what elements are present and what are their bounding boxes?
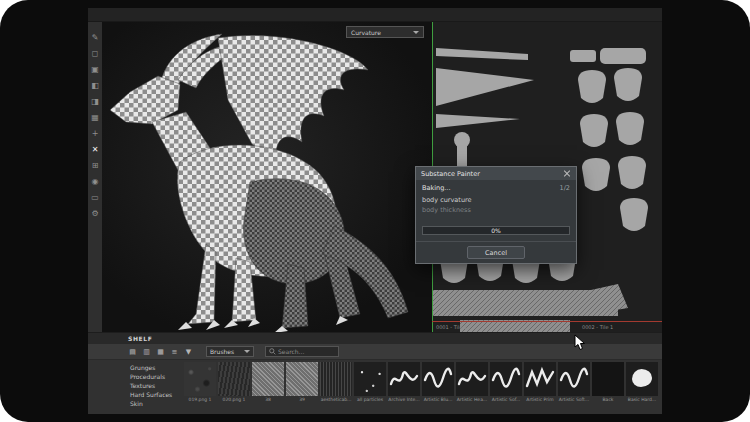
- eraser-tool-icon[interactable]: ◻: [89, 48, 102, 59]
- shelf-item[interactable]: 38: [252, 362, 284, 414]
- shelf-content: GrungesProceduralsTexturesHard SurfacesS…: [88, 360, 662, 414]
- left-toolbar: ✎◻▣◧◨▦+✕⊞◉▭⚙: [88, 22, 102, 332]
- shelf-type-dropdown[interactable]: Brushes: [206, 346, 254, 357]
- baking-dialog: Substance Painter Baking... 1/2 body cur…: [415, 166, 577, 264]
- shelf-item-label: 38: [252, 397, 284, 402]
- shelf-item[interactable]: Artistic Hea...: [456, 362, 488, 414]
- baking-counter: 1/2: [560, 184, 570, 192]
- shelf-item-preview: [388, 362, 420, 396]
- shelf-item[interactable]: 019.png 1: [184, 362, 216, 414]
- shelf-item-label: Artistic Blu...: [422, 397, 454, 402]
- shelf-item[interactable]: Back: [592, 362, 624, 414]
- shelf-category-hard-surfaces[interactable]: Hard Surfaces: [128, 390, 184, 399]
- shelf-item[interactable]: 020.png 1: [218, 362, 250, 414]
- shelf-item-preview: [422, 362, 454, 396]
- grid-view-icon[interactable]: ▦: [156, 348, 165, 356]
- shelf-toolbar-icons: ▤▥▦≡▼: [128, 348, 193, 356]
- mouse-cursor: [574, 334, 586, 351]
- material-picker-tool-icon[interactable]: +: [89, 128, 102, 139]
- shelf-item-preview: [626, 362, 658, 396]
- shelf-item-preview: [592, 362, 624, 396]
- search-input[interactable]: [278, 348, 335, 355]
- channel-selector-value: Curvature: [351, 29, 381, 36]
- shelf-category-skin[interactable]: Skin: [128, 399, 184, 408]
- shelf-item-label: Artistic Soft...: [558, 397, 590, 402]
- symmetry-tool-icon[interactable]: ⊞: [89, 160, 102, 171]
- shelf-item-label: Basic Hard...: [626, 397, 658, 402]
- device-frame: ✎◻▣◧◨▦+✕⊞◉▭⚙: [0, 0, 750, 422]
- shelf-item-label: Back: [592, 397, 624, 402]
- shelf-item[interactable]: Artistic Blu...: [422, 362, 454, 414]
- window-topbar: [88, 8, 662, 22]
- shelf-thumbnails: 019.png 1020.png 13839aestheticab...all …: [184, 360, 662, 414]
- baking-progress-label: 0%: [491, 227, 501, 234]
- baking-current-item: body curvature: [422, 196, 570, 204]
- shelf-item-preview: [354, 362, 386, 396]
- clone-tool-icon[interactable]: ▦: [89, 112, 102, 123]
- display-tool-icon[interactable]: ▭: [89, 192, 102, 203]
- viewport-3d[interactable]: Curvature: [102, 22, 432, 332]
- cancel-button[interactable]: Cancel: [467, 246, 525, 259]
- list-view-icon[interactable]: ≡: [170, 348, 179, 356]
- shelf-tab-label: SHELF: [128, 335, 152, 342]
- quick-mask-tool-icon[interactable]: ✕: [89, 144, 102, 155]
- smudge-tool-icon[interactable]: ◨: [89, 96, 102, 107]
- shelf-category-procedurals[interactable]: Procedurals: [128, 372, 184, 381]
- substance-painter-window: ✎◻▣◧◨▦+✕⊞◉▭⚙: [88, 8, 662, 414]
- folder-icon[interactable]: ▤: [128, 348, 137, 356]
- add-folder-icon[interactable]: ▥: [142, 348, 151, 356]
- focus-tool-icon[interactable]: ◉: [89, 176, 102, 187]
- shelf-item-label: Archive Inte...: [388, 397, 420, 402]
- shelf-type-value: Brushes: [210, 348, 234, 355]
- shelf-item[interactable]: all particles: [354, 362, 386, 414]
- settings-tool-icon[interactable]: ⚙: [89, 208, 102, 219]
- shelf-item[interactable]: Basic Hard...: [626, 362, 658, 414]
- shelf-item-label: Artistic Sof...: [490, 397, 522, 402]
- page: ✎◻▣◧◨▦+✕⊞◉▭⚙: [0, 0, 750, 422]
- chevron-down-icon: [413, 31, 419, 34]
- chevron-down-icon: [244, 350, 250, 353]
- close-icon[interactable]: [563, 170, 571, 178]
- projection-tool-icon[interactable]: ▣: [89, 64, 102, 75]
- baking-dialog-body: Baking... 1/2 body curvature body thickn…: [416, 180, 576, 265]
- shelf-item[interactable]: Artistic Sof...: [490, 362, 522, 414]
- search-icon: [269, 348, 276, 355]
- search-box[interactable]: [265, 346, 339, 357]
- shelf-item-label: all particles: [354, 397, 386, 402]
- shelf-item-label: aestheticab...: [320, 397, 352, 402]
- shelf-item-preview: [524, 362, 556, 396]
- shelf-item[interactable]: Archive Inte...: [388, 362, 420, 414]
- shelf-item-label: 020.png 1: [218, 397, 250, 402]
- shelf-categories: GrungesProceduralsTexturesHard SurfacesS…: [128, 360, 184, 414]
- shelf-item-preview: [456, 362, 488, 396]
- paint-tool-icon[interactable]: ✎: [89, 32, 102, 43]
- shelf-item-preview: [490, 362, 522, 396]
- shelf-item-label: 39: [286, 397, 318, 402]
- shelf-item[interactable]: aestheticab...: [320, 362, 352, 414]
- baking-dialog-titlebar: Substance Painter: [416, 167, 576, 180]
- baking-status-text: Baking...: [422, 184, 450, 192]
- shelf-item-preview: [558, 362, 590, 396]
- uv-tile-label-left: 0001 - Tile 1: [436, 324, 467, 330]
- uv-axis-red: [432, 321, 662, 322]
- shelf-item-label: Artistic Hea...: [456, 397, 488, 402]
- uv-tile-label-right: 0002 - Tile 1: [582, 324, 613, 330]
- dialog-divider: [416, 241, 576, 242]
- shelf-item[interactable]: Artistic Soft...: [558, 362, 590, 414]
- shelf-category-textures[interactable]: Textures: [128, 381, 184, 390]
- shelf-item-label: 019.png 1: [184, 397, 216, 402]
- shelf-item[interactable]: Artistic Prim: [524, 362, 556, 414]
- dragon-model: [102, 22, 432, 332]
- polygon-fill-tool-icon[interactable]: ◧: [89, 80, 102, 91]
- shelf-item-label: Artistic Prim: [524, 397, 556, 402]
- filter-icon[interactable]: ▼: [184, 348, 193, 356]
- baking-dialog-title: Substance Painter: [421, 170, 480, 178]
- baking-progress-bar: 0%: [422, 226, 570, 235]
- shelf-category-grunges[interactable]: Grunges: [128, 363, 184, 372]
- shelf-item-preview: [184, 362, 216, 396]
- shelf-item-preview: [218, 362, 250, 396]
- channel-selector-dropdown[interactable]: Curvature: [346, 26, 424, 38]
- shelf-item[interactable]: 39: [286, 362, 318, 414]
- shelf-item-preview: [286, 362, 318, 396]
- baking-queued-item: body thickness: [422, 206, 570, 214]
